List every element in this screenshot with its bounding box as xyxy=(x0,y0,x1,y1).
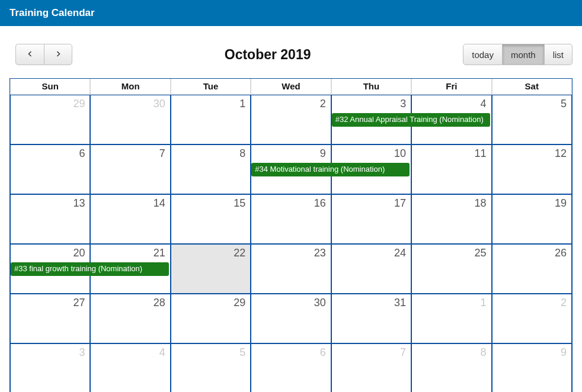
day-number: 23 xyxy=(314,247,326,259)
calendar-day-cell[interactable]: 1 xyxy=(171,95,251,144)
day-number: 6 xyxy=(79,147,85,160)
calendar-day-cell[interactable]: 16 xyxy=(251,194,331,244)
calendar-day-cell[interactable]: 30 xyxy=(90,95,170,144)
day-number: 7 xyxy=(400,346,406,359)
nav-group xyxy=(15,44,72,65)
chevron-right-icon xyxy=(55,49,62,60)
calendar-day-cell[interactable]: 29 xyxy=(171,294,251,343)
calendar-day-cell[interactable]: 19 xyxy=(492,194,572,244)
calendar-day-cell[interactable]: 9 xyxy=(492,343,572,392)
calendar-toolbar: October 2019 today month list xyxy=(0,26,582,78)
calendar-day-cell[interactable]: 1 xyxy=(411,294,491,343)
calendar-event[interactable]: #32 Annual Appraisal Training (Nominatio… xyxy=(332,113,490,127)
calendar-day-cell[interactable]: 18 xyxy=(411,194,491,244)
calendar-grid: SunMonTueWedThuFriSat 2930123#32 Annual … xyxy=(9,78,573,392)
day-number: 29 xyxy=(73,98,85,110)
day-number: 14 xyxy=(154,197,165,210)
day-number: 3 xyxy=(400,98,406,110)
day-number: 16 xyxy=(314,197,326,210)
calendar-day-cell[interactable]: 31 xyxy=(331,294,411,343)
day-number: 8 xyxy=(239,147,245,160)
day-number: 3 xyxy=(79,346,85,359)
next-button[interactable] xyxy=(44,44,72,65)
day-number: 7 xyxy=(159,147,165,160)
calendar-body: 2930123#32 Annual Appraisal Training (No… xyxy=(10,95,572,392)
day-number: 11 xyxy=(475,147,487,160)
weekday-header-cell: Sun xyxy=(10,79,90,95)
day-number: 2 xyxy=(320,98,326,110)
weekday-header-cell: Tue xyxy=(171,79,251,95)
weekday-header-cell: Fri xyxy=(411,79,491,95)
calendar-day-cell[interactable]: 12 xyxy=(492,144,572,194)
chevron-left-icon xyxy=(27,49,34,60)
day-number: 31 xyxy=(394,297,406,309)
day-number: 4 xyxy=(481,98,487,110)
weekday-header-cell: Mon xyxy=(90,79,170,95)
day-number: 10 xyxy=(394,147,406,160)
calendar-day-cell[interactable]: 14 xyxy=(90,194,170,244)
calendar-day-cell[interactable]: 15 xyxy=(171,194,251,244)
weekday-header-cell: Wed xyxy=(251,79,331,95)
calendar-day-cell[interactable]: 9#34 Motivational training (Nomination) xyxy=(251,144,331,194)
calendar-day-cell[interactable]: 6 xyxy=(10,144,90,194)
calendar-day-cell[interactable]: 8 xyxy=(411,343,491,392)
day-number: 1 xyxy=(239,98,245,110)
day-number: 30 xyxy=(314,297,326,309)
day-number: 26 xyxy=(555,247,567,259)
calendar-event[interactable]: #33 final growth training (Nomination) xyxy=(11,262,169,276)
calendar-day-cell[interactable]: 6 xyxy=(251,343,331,392)
calendar-title: October 2019 xyxy=(72,47,463,63)
view-today-button[interactable]: today xyxy=(463,44,503,65)
calendar-day-cell[interactable]: 23 xyxy=(251,244,331,294)
calendar-day-cell[interactable]: 13 xyxy=(10,194,90,244)
calendar-day-cell[interactable]: 2 xyxy=(492,294,572,343)
calendar-day-cell[interactable]: 26 xyxy=(492,244,572,294)
day-number: 5 xyxy=(239,346,245,359)
calendar-day-cell[interactable]: 22 xyxy=(171,244,251,294)
prev-button[interactable] xyxy=(15,44,44,65)
calendar-day-cell[interactable]: 7 xyxy=(90,144,170,194)
calendar-day-cell[interactable]: 17 xyxy=(331,194,411,244)
calendar-day-cell[interactable]: 3#32 Annual Appraisal Training (Nominati… xyxy=(331,95,411,144)
calendar-day-cell[interactable]: 28 xyxy=(90,294,170,343)
calendar-event[interactable]: #34 Motivational training (Nomination) xyxy=(251,163,410,176)
calendar-day-cell[interactable]: 8 xyxy=(171,144,251,194)
day-number: 1 xyxy=(481,297,487,309)
day-number: 2 xyxy=(561,297,567,309)
day-number: 8 xyxy=(481,346,487,359)
view-switch: today month list xyxy=(463,44,573,65)
day-number: 19 xyxy=(555,197,567,210)
day-number: 20 xyxy=(73,247,85,259)
calendar-day-cell[interactable]: 11 xyxy=(411,144,491,194)
calendar-day-cell[interactable]: 2 xyxy=(251,95,331,144)
weekday-header-cell: Thu xyxy=(331,79,411,95)
view-month-button[interactable]: month xyxy=(503,44,545,65)
day-number: 29 xyxy=(234,297,245,309)
calendar-weekday-header: SunMonTueWedThuFriSat xyxy=(10,79,572,95)
calendar-day-cell[interactable]: 27 xyxy=(10,294,90,343)
day-number: 12 xyxy=(555,147,567,160)
calendar-day-cell[interactable]: 25 xyxy=(411,244,491,294)
day-number: 30 xyxy=(154,98,165,110)
day-number: 4 xyxy=(159,346,165,359)
day-number: 6 xyxy=(320,346,326,359)
calendar-day-cell[interactable]: 5 xyxy=(492,95,572,144)
day-number: 17 xyxy=(394,197,406,210)
calendar-day-cell[interactable]: 5 xyxy=(171,343,251,392)
calendar-day-cell[interactable]: 30 xyxy=(251,294,331,343)
day-number: 18 xyxy=(475,197,487,210)
app-header: Training Calendar xyxy=(0,0,582,26)
calendar-day-cell[interactable]: 4 xyxy=(90,343,170,392)
calendar-day-cell[interactable]: 3 xyxy=(10,343,90,392)
calendar-day-cell[interactable]: 29 xyxy=(10,95,90,144)
calendar-day-cell[interactable]: 20#33 final growth training (Nomination) xyxy=(10,244,90,294)
calendar-day-cell[interactable]: 24 xyxy=(331,244,411,294)
day-number: 25 xyxy=(475,247,487,259)
calendar-day-cell[interactable]: 7 xyxy=(331,343,411,392)
day-number: 27 xyxy=(73,297,85,309)
day-number: 13 xyxy=(73,197,85,210)
day-number: 21 xyxy=(154,247,165,259)
app-title: Training Calendar xyxy=(9,7,95,18)
day-number: 15 xyxy=(234,197,245,210)
view-list-button[interactable]: list xyxy=(545,44,573,65)
